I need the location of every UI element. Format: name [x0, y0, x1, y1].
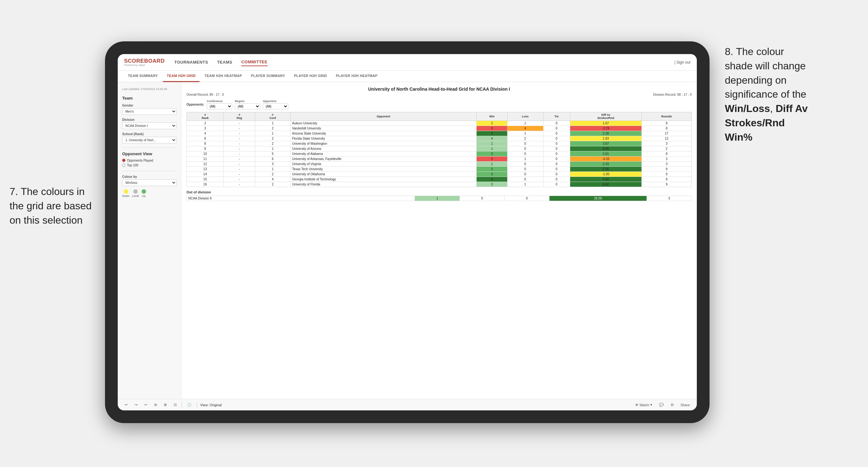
nav-teams[interactable]: TEAMS: [217, 59, 232, 66]
legend-label-down: Down: [122, 194, 129, 197]
subnav-team-h2h-grid[interactable]: TEAM H2H GRID: [163, 71, 199, 82]
toolbar-clock[interactable]: 🕐: [185, 402, 193, 408]
opponents-label: Opponents:: [186, 103, 204, 106]
nav-links: TOURNAMENTS TEAMS COMMITTEE: [174, 58, 675, 66]
toolbar-back[interactable]: ↩: [143, 402, 149, 408]
filter-conference: Conference (All): [207, 100, 232, 110]
table-row: 11-6University of Arkansas, Fayetteville…: [187, 157, 692, 162]
school-label: School (Rank): [122, 132, 177, 136]
col-rounds: Rounds: [642, 112, 692, 121]
table-row: 9-1University of Arizona1009.002: [187, 146, 692, 151]
radio-opponents-played[interactable]: Opponents Played: [122, 159, 177, 162]
app-header: SCOREBOARD Powered by clippd TOURNAMENTS…: [118, 54, 697, 71]
out-div-rounds: 3: [647, 196, 692, 201]
legend-up: Up: [142, 189, 146, 197]
out-div-diff: 26.00: [549, 196, 647, 201]
out-of-division-label: Out of division: [186, 190, 692, 194]
table-row: 14-2University of Oklahoma300-1.009: [187, 172, 692, 177]
region-filter-select[interactable]: (All): [235, 103, 260, 110]
division-record: Division Record: 88 - 17 - 0: [653, 93, 692, 96]
school-select[interactable]: 1. University of Nort...: [122, 137, 177, 144]
legend-dot-up: [142, 189, 146, 194]
sidebar-timestamp: Last Updated: 27/03/2024 16:55:38: [122, 87, 177, 91]
logo-text: SCOREBOARD: [124, 58, 165, 64]
toolbar-watch[interactable]: 👁 Watch ▾: [633, 402, 654, 408]
sidebar-divider-1: [122, 147, 177, 148]
toolbar-view-label: View: Original: [200, 403, 222, 407]
col-loss: Loss: [507, 112, 543, 121]
conference-filter-select[interactable]: (All): [207, 103, 232, 110]
table-row: 12-3University of Virginia1002.333: [187, 162, 692, 167]
legend-label-up: Up: [142, 194, 146, 197]
col-conf: #Conf: [255, 112, 290, 121]
col-rank: #Rank: [187, 112, 224, 121]
table-row: 3-2Vanderbilt University040-2.298: [187, 126, 692, 131]
toolbar-redo[interactable]: ↪: [133, 402, 140, 408]
out-div-tie: 0: [504, 196, 549, 201]
legend-label-level: Level: [132, 194, 139, 197]
filters-row: Opponents: Conference (All) Region (All): [186, 100, 692, 110]
out-of-division-table: NCAA Division II 1 0 0 26.00 3: [186, 196, 692, 201]
legend-down: Down: [122, 189, 129, 197]
colour-by-label: Colour by: [122, 175, 177, 179]
division-select[interactable]: NCAA Division I: [122, 122, 177, 129]
radio-dot-unselected: [122, 163, 125, 167]
toolbar-undo[interactable]: ↩: [123, 402, 129, 408]
tablet-screen: SCOREBOARD Powered by clippd TOURNAMENTS…: [118, 54, 697, 410]
toolbar-paste[interactable]: ⊡: [172, 402, 179, 408]
table-row: 6-2Florida State University4201.8312: [187, 136, 692, 141]
sidebar-divider-2: [122, 171, 177, 171]
filter-opponent: Opponent (All): [263, 100, 288, 110]
legend-level: Level: [132, 189, 139, 197]
out-div-win: 1: [415, 196, 460, 201]
toolbar-comment[interactable]: 💬: [657, 402, 665, 408]
table-row: 15-4Georgia Institute of Technology5004.…: [187, 177, 692, 182]
sign-out-link[interactable]: | Sign out: [675, 60, 691, 65]
opponent-filter-select[interactable]: (All): [263, 103, 288, 110]
col-tie: Tie: [543, 112, 570, 121]
toolbar-grid-icon[interactable]: ⊞: [162, 402, 168, 408]
grid-area: University of North Carolina Head-to-Hea…: [181, 82, 697, 399]
grid-title: University of North Carolina Head-to-Hea…: [186, 87, 692, 92]
tablet-frame: SCOREBOARD Powered by clippd TOURNAMENTS…: [105, 41, 710, 423]
table-row: 4-1Arizona State University5102.2817: [187, 131, 692, 136]
col-reg: #Reg: [224, 112, 255, 121]
overall-record: Overall Record: 89 - 17 - 0: [186, 93, 224, 96]
legend-dot-down: [124, 189, 128, 194]
gender-label: Gender: [122, 104, 177, 107]
toolbar-copy[interactable]: ⧉: [152, 402, 159, 408]
grid-records: Overall Record: 89 - 17 - 0 Division Rec…: [186, 93, 692, 96]
opponent-view-title: Opponent View: [122, 151, 177, 156]
subnav-team-summary[interactable]: TEAM SUMMARY: [124, 71, 162, 82]
table-row: 16-2University of Florida3106.629: [187, 182, 692, 187]
radio-top-100[interactable]: Top 100: [122, 163, 177, 167]
subnav-team-h2h-heatmap[interactable]: TEAM H2H HEATMAP: [201, 71, 246, 82]
table-header-row: #Rank #Reg #Conf Opponent Win Loss Tie D…: [187, 112, 692, 121]
table-row: 8-2University of Washington1003.673: [187, 141, 692, 146]
radio-dot-selected: [122, 159, 125, 162]
opponent-view-radio-group: Opponents Played Top 100: [122, 159, 177, 167]
logo-area: SCOREBOARD Powered by clippd: [124, 58, 165, 66]
sidebar: Last Updated: 27/03/2024 16:55:38 Team G…: [118, 82, 181, 399]
out-div-name: NCAA Division II: [187, 196, 415, 201]
toolbar-separator-1: [182, 402, 182, 408]
col-opponent: Opponent: [290, 112, 477, 121]
table-row: 2-1Auburn University2101.679: [187, 121, 692, 126]
col-diff: Diff AvStrokes/Rnd: [570, 112, 642, 121]
subnav-player-h2h-grid[interactable]: PLAYER H2H GRID: [290, 71, 331, 82]
filter-region: Region (All): [235, 100, 260, 110]
colour-by-select[interactable]: Win/loss: [122, 179, 177, 186]
legend-row: Down Level Up: [122, 189, 177, 197]
annotation-left: 7. The colours in the grid are based on …: [9, 185, 102, 227]
h2h-grid-table: #Rank #Reg #Conf Opponent Win Loss Tie D…: [186, 112, 692, 187]
toolbar-share[interactable]: Share: [679, 402, 692, 408]
main-content: Last Updated: 27/03/2024 16:55:38 Team G…: [118, 82, 697, 399]
nav-tournaments[interactable]: TOURNAMENTS: [174, 59, 208, 66]
nav-committee[interactable]: COMMITTEE: [241, 58, 268, 66]
subnav-player-summary[interactable]: PLAYER SUMMARY: [247, 71, 289, 82]
subnav-player-h2h-heatmap[interactable]: PLAYER H2H HEATMAP: [332, 71, 381, 82]
toolbar-layout[interactable]: ⊟: [669, 402, 676, 408]
legend-dot-level: [133, 189, 138, 194]
gender-select[interactable]: Men's: [122, 108, 177, 115]
sub-nav: TEAM SUMMARY TEAM H2H GRID TEAM H2H HEAT…: [118, 71, 697, 82]
